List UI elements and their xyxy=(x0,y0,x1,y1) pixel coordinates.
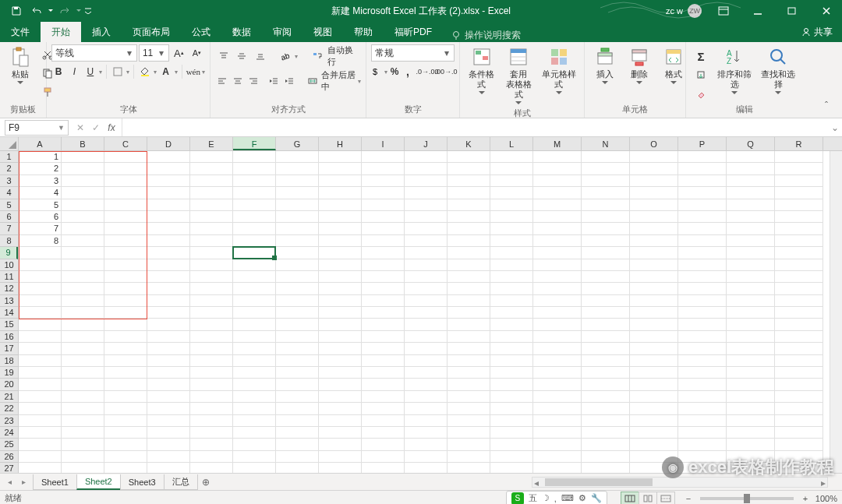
cell-B23[interactable] xyxy=(62,415,104,427)
zoom-out-button[interactable]: − xyxy=(683,494,694,503)
row-headers[interactable]: 1234567891011121314151617181920212223242… xyxy=(0,151,19,473)
cell-I12[interactable] xyxy=(362,283,405,294)
cell-A12[interactable] xyxy=(19,283,62,294)
cell-C26[interactable] xyxy=(104,451,147,463)
cancel-icon[interactable]: ✕ xyxy=(73,121,87,135)
cell-H5[interactable] xyxy=(319,199,362,211)
expand-formula-icon[interactable]: ⌄ xyxy=(828,122,842,133)
decrease-decimal-icon[interactable]: .00→.0 xyxy=(437,63,455,80)
cell-N6[interactable] xyxy=(582,211,630,223)
close-icon[interactable] xyxy=(811,0,842,22)
cell-H14[interactable] xyxy=(319,307,362,319)
cell-K27[interactable] xyxy=(448,463,490,473)
cell-H6[interactable] xyxy=(319,211,362,223)
cell-B9[interactable] xyxy=(62,247,104,259)
cell-J21[interactable] xyxy=(405,391,448,403)
cell-M5[interactable] xyxy=(533,199,582,211)
sheet-tab-Sheet2[interactable]: Sheet2 xyxy=(76,474,121,490)
cell-R26[interactable] xyxy=(775,451,823,463)
cell-E12[interactable] xyxy=(190,283,233,294)
share-button[interactable]: 共享 xyxy=(792,22,842,42)
cell-R4[interactable] xyxy=(775,187,823,199)
cell-I4[interactable] xyxy=(362,187,405,199)
cell-E16[interactable] xyxy=(190,331,233,343)
page-break-view-button[interactable] xyxy=(656,492,675,505)
cell-G26[interactable] xyxy=(276,451,319,463)
cell-K23[interactable] xyxy=(448,415,490,427)
col-header-H[interactable]: H xyxy=(319,137,362,150)
cell-N7[interactable] xyxy=(582,223,630,234)
cell-H12[interactable] xyxy=(319,283,362,294)
cell-R7[interactable] xyxy=(775,223,823,234)
ribbon-tab-页面布局[interactable]: 页面布局 xyxy=(122,22,181,42)
collapse-ribbon-icon[interactable]: ˆ xyxy=(825,100,839,115)
align-middle-icon[interactable] xyxy=(234,48,251,65)
cell-O26[interactable] xyxy=(630,451,678,463)
cell-B3[interactable] xyxy=(62,175,104,187)
cell-A13[interactable] xyxy=(19,295,62,307)
cell-H11[interactable] xyxy=(319,271,362,283)
cell-D25[interactable] xyxy=(147,439,190,450)
cell-Q7[interactable] xyxy=(727,223,775,234)
cell-G3[interactable] xyxy=(276,175,319,187)
cell-L22[interactable] xyxy=(490,403,533,414)
cell-I15[interactable] xyxy=(362,319,405,330)
cell-H2[interactable] xyxy=(319,163,362,174)
cell-A25[interactable] xyxy=(19,439,62,450)
cell-C14[interactable] xyxy=(104,307,147,319)
cell-G17[interactable] xyxy=(276,343,319,354)
cell-P10[interactable] xyxy=(678,259,727,271)
cell-O16[interactable] xyxy=(630,331,678,343)
cell-G2[interactable] xyxy=(276,163,319,174)
cell-L7[interactable] xyxy=(490,223,533,234)
row-header-25[interactable]: 25 xyxy=(0,439,18,450)
cell-L1[interactable] xyxy=(490,151,533,163)
cell-C7[interactable] xyxy=(104,223,147,234)
cell-A6[interactable]: 6 xyxy=(19,211,62,223)
cell-N23[interactable] xyxy=(582,415,630,427)
cell-A19[interactable] xyxy=(19,367,62,379)
increase-indent-icon[interactable] xyxy=(282,72,296,90)
cell-N4[interactable] xyxy=(582,187,630,199)
cell-R10[interactable] xyxy=(775,259,823,271)
cell-I24[interactable] xyxy=(362,427,405,439)
cell-D8[interactable] xyxy=(147,235,190,247)
cell-C10[interactable] xyxy=(104,259,147,271)
row-header-19[interactable]: 19 xyxy=(0,367,18,379)
cell-D14[interactable] xyxy=(147,307,190,319)
cell-H27[interactable] xyxy=(319,463,362,473)
undo-icon[interactable] xyxy=(27,1,47,21)
cell-K9[interactable] xyxy=(448,247,490,259)
cell-B5[interactable] xyxy=(62,199,104,211)
cell-Q2[interactable] xyxy=(727,163,775,174)
clear-icon[interactable] xyxy=(691,85,711,102)
cell-O2[interactable] xyxy=(630,163,678,174)
cell-A9[interactable] xyxy=(19,247,62,259)
cell-G13[interactable] xyxy=(276,295,319,307)
cell-H4[interactable] xyxy=(319,187,362,199)
redo-icon[interactable] xyxy=(55,1,75,21)
row-header-6[interactable]: 6 xyxy=(0,211,18,223)
cell-P8[interactable] xyxy=(678,235,727,247)
cell-P13[interactable] xyxy=(678,295,727,307)
cell-M3[interactable] xyxy=(533,175,582,187)
cell-E4[interactable] xyxy=(190,187,233,199)
cell-N12[interactable] xyxy=(582,283,630,294)
ribbon-tab-审阅[interactable]: 审阅 xyxy=(262,22,302,42)
cell-D22[interactable] xyxy=(147,403,190,414)
cell-H19[interactable] xyxy=(319,367,362,379)
cell-G4[interactable] xyxy=(276,187,319,199)
cell-C18[interactable] xyxy=(104,355,147,367)
row-header-11[interactable]: 11 xyxy=(0,271,18,283)
cell-grid[interactable]: 12345678 xyxy=(19,151,842,473)
cell-B7[interactable] xyxy=(62,223,104,234)
cell-D21[interactable] xyxy=(147,391,190,403)
cell-B10[interactable] xyxy=(62,259,104,271)
cell-Q4[interactable] xyxy=(727,187,775,199)
cell-R24[interactable] xyxy=(775,427,823,439)
cell-C12[interactable] xyxy=(104,283,147,294)
cell-G23[interactable] xyxy=(276,415,319,427)
cell-O12[interactable] xyxy=(630,283,678,294)
cell-M19[interactable] xyxy=(533,367,582,379)
cell-G8[interactable] xyxy=(276,235,319,247)
